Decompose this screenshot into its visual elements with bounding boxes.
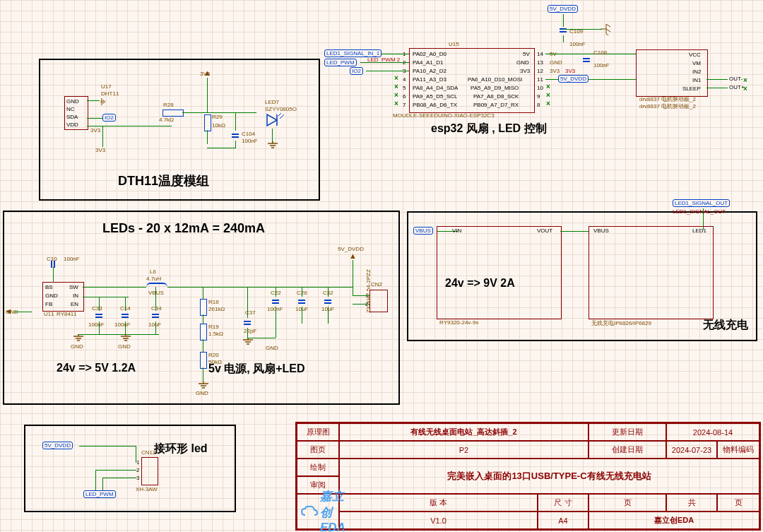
r19-ref: R19 <box>208 324 219 330</box>
u15-r0: 5V <box>523 51 530 57</box>
u15-rn4: 10 <box>537 85 543 91</box>
u11-val: RY8411 <box>57 311 77 317</box>
u15-l2: PA10_A2_D2 <box>413 68 446 74</box>
u17-val: DHT11 <box>101 90 119 97</box>
ry9320-vout: VOUT <box>537 227 552 234</box>
tb-r5c3: 页 <box>588 494 666 512</box>
net-led1sig-out: LED1_SIGNAL_OUT <box>673 199 730 207</box>
u11-p-in: IN <box>73 292 78 299</box>
net-led1sig-out-red: LED1_SIGNAL_OUT <box>673 208 726 215</box>
gnd-r20 <box>198 382 209 390</box>
u15-rn5: 9 <box>537 93 540 100</box>
svg-line-15 <box>606 29 610 32</box>
u15-r4: PA5_A9_D9_MISO <box>471 85 519 91</box>
tb-r5c4: 共 <box>666 494 717 512</box>
cn12-body <box>141 457 158 485</box>
c37-val: 22pF <box>244 328 256 334</box>
u15-rn0: 14 <box>537 51 543 57</box>
u15-ln4: 5 <box>403 85 406 91</box>
c37 <box>244 318 251 328</box>
c10-val: 100nF <box>64 256 80 262</box>
title-block: 原理图 有线无线桌面电站_高达斜插_2 更新日期 2024-08-14 图页 P… <box>295 422 761 531</box>
gnd-u17 <box>100 97 106 105</box>
c104-val: 100nF <box>242 138 258 144</box>
net-vbus-wc: VBUS <box>413 227 433 235</box>
nc-out2: × <box>743 85 747 93</box>
esp32-title: esp32 风扇 , LED 控制 <box>431 122 547 136</box>
cn2-val: ZX-XH2.54-2PZZ <box>365 269 372 313</box>
drv-p2: IN2 <box>692 69 701 75</box>
c108-val: 100nF <box>593 62 610 69</box>
r20-val: 50kΩ <box>208 359 222 365</box>
r20-ref: R20 <box>208 352 219 358</box>
pwr-5v-icon: ▲ <box>349 252 357 260</box>
c32 <box>324 297 331 307</box>
c34 <box>152 311 159 321</box>
svg-line-16 <box>606 34 610 35</box>
nc-r6: × <box>546 100 550 107</box>
cn2-ref: CN2 <box>371 281 382 288</box>
tb-r2c1: 图页 <box>297 441 339 459</box>
r18-ref: R18 <box>208 299 219 305</box>
gnd-dth11 <box>267 141 278 150</box>
ring-title: 接环形 led <box>154 442 208 456</box>
tb-r5c1: 版 本 <box>339 494 538 512</box>
r29-ref: R29 <box>212 114 223 120</box>
u15-net-3v3: 3V3 <box>550 68 560 74</box>
u15-rn2: 12 <box>537 68 543 74</box>
c108-ref: C108 <box>593 49 607 56</box>
cn12-ref: CN12 <box>141 449 155 456</box>
led-icon <box>266 113 284 133</box>
wireless-title: 无线充电 <box>703 318 748 333</box>
u11-p-gnd: GND <box>45 292 58 299</box>
l6-val: 4.7uH <box>146 276 161 282</box>
u17-p-nc: NC <box>66 106 75 112</box>
svg-line-3 <box>280 114 284 119</box>
r28-ref: R28 <box>163 102 174 108</box>
drv-p1: VM <box>692 60 701 66</box>
schematic-canvas: DTH11温度模组 U17 DHT11 GND NC SDA VDD IO2 3… <box>0 0 763 532</box>
tb-r6c3: 嘉立创EDA <box>588 512 759 529</box>
u15-l4: PA8_A4_D4_SDA <box>413 85 458 91</box>
nc-r4: × <box>546 83 550 90</box>
nc-x3: × <box>394 91 398 99</box>
net-3v3-b: 3V3 <box>95 147 105 153</box>
block-ring <box>24 425 236 512</box>
u17-p-gnd: GND <box>66 98 79 105</box>
c34-ref: C34 <box>151 305 162 312</box>
c33-ref: C33 <box>92 305 102 312</box>
u15-r1: GND <box>516 59 529 66</box>
tb-r5c2: 尺 寸 <box>538 494 588 512</box>
tb-r3c1: 绘制 <box>297 459 339 476</box>
u15-l6: PB08_A6_D6_TX <box>413 102 457 108</box>
r19-val: 1.5kΩ <box>208 331 223 337</box>
u11-ref: U11 <box>44 311 54 317</box>
u11-p-en: EN <box>71 301 78 307</box>
u15-ln5: 6 <box>403 93 406 100</box>
leds-sub2: 5v 电源, 风扇+LED <box>208 362 304 377</box>
u15-r3: PA6_A10_D10_MOSI <box>468 76 522 83</box>
ry9320-ref: RY9320-24v-9v <box>439 319 478 326</box>
u15-val: MOUDLE-SEEEDUINO-XIAO-ESP32C3 <box>393 112 495 119</box>
tb-r6c2: A4 <box>538 512 588 529</box>
r18 <box>200 299 207 316</box>
out-plus: OUT+ <box>729 84 745 90</box>
r28-val: 4.7kΩ <box>159 117 174 123</box>
l6-ref: L6 <box>150 268 156 275</box>
net-5vdvd-drv: 5V_DVDD <box>558 75 588 83</box>
u15-ln3: 4 <box>403 76 406 83</box>
nc-r5: × <box>546 91 550 99</box>
led7-ref: LED7 <box>265 99 279 105</box>
svg-line-14 <box>606 24 610 27</box>
tb-r1c1: 原理图 <box>297 423 339 441</box>
gnd-c33 <box>73 334 84 343</box>
wc-body <box>588 226 714 319</box>
u17-p-vdd: VDD <box>66 122 78 128</box>
nc-x2: × <box>394 83 398 90</box>
pwr-3v3-icon: ▲ <box>203 69 211 77</box>
wc-led1: LED1 <box>692 227 706 234</box>
r18-val: 261kΩ <box>208 306 225 312</box>
u17-p-sda: SDA <box>66 114 78 120</box>
u11-p-bs: BS <box>45 284 53 290</box>
leds-sub1: 24v => 5V 1.2A <box>57 362 136 374</box>
